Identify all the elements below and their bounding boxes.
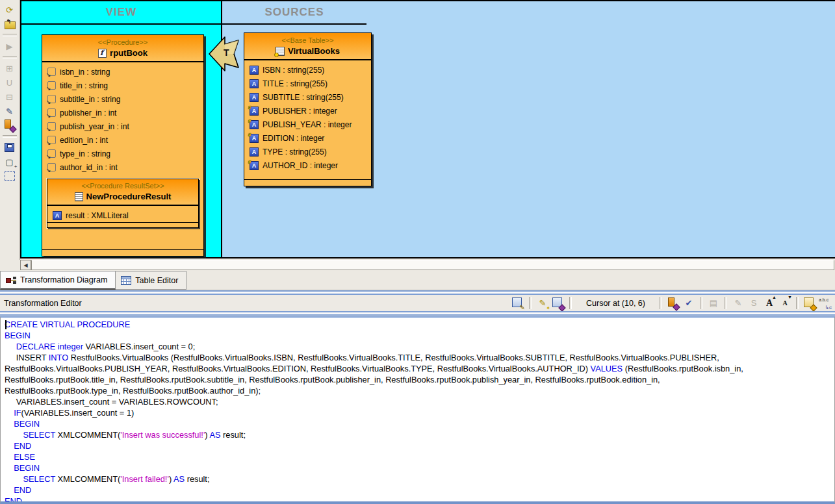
- transformation-diagram-canvas[interactable]: VIEW SOURCES <<Procedure>> rputBook isbn…: [20, 0, 835, 258]
- parameter-row[interactable]: author_id_in : int: [42, 160, 203, 174]
- toolbar-separator: [3, 56, 17, 58]
- sources-region-header: SOURCES: [222, 1, 366, 25]
- sort-columns-button[interactable]: a.b.c↳c: [818, 296, 832, 310]
- editor-tab-bar: Transformation Diagram Table Editor: [0, 271, 835, 290]
- sash-separator-top[interactable]: [0, 290, 835, 295]
- reconcile-transformation-button[interactable]: [3, 118, 17, 132]
- column-row[interactable]: PUBLISHER : integer: [244, 104, 371, 118]
- parameter-row[interactable]: subtitle_in : string: [42, 92, 203, 106]
- diagram-horizontal-scrollbar[interactable]: ◀: [0, 260, 835, 271]
- toggle-messages-button[interactable]: [803, 296, 817, 310]
- toolbar-separator: [3, 34, 17, 36]
- column-row[interactable]: EDITION : integer: [244, 131, 371, 145]
- resultset-box-wrap: <<Procedure ResultSet>> NewProcedureResu…: [46, 178, 199, 229]
- basetable-box-header[interactable]: <<Base Table>> VirtualBooks: [244, 33, 371, 60]
- add-transformation-source-button: ⊞: [3, 61, 17, 75]
- attribute-label: subtitle_in : string: [60, 95, 120, 104]
- attribute-label: author_id_in : int: [60, 163, 118, 172]
- procedure-box-rputbook[interactable]: <<Procedure>> rputBook isbn_in : stringt…: [42, 34, 204, 257]
- diagram-selection-button[interactable]: [3, 169, 17, 183]
- basetable-box-virtualbooks[interactable]: <<Base Table>> VirtualBooks ISBN : strin…: [244, 32, 372, 186]
- new-sibling-button[interactable]: ▢+: [3, 155, 17, 169]
- basetable-icon: [276, 47, 285, 56]
- attribute-label: TITLE : string(255): [263, 79, 328, 88]
- column-row[interactable]: PUBLISH_YEAR : integer: [244, 118, 371, 131]
- transformation-editor-header: Transformation Editor ✎✦Cursor at (10, 6…: [0, 295, 835, 311]
- attribute-label: publish_year_in : int: [60, 122, 129, 131]
- input-parameter-icon: [47, 163, 56, 171]
- column-row[interactable]: ISBN : string(255): [244, 63, 371, 77]
- parameter-row[interactable]: publisher_in : int: [42, 106, 203, 120]
- attribute-label: SUBTITLE : string(255): [263, 93, 344, 102]
- sash-separator-bottom[interactable]: [0, 311, 835, 316]
- column-row[interactable]: TYPE : string(255): [244, 145, 371, 158]
- integer-column-icon: [250, 120, 259, 129]
- attribute-label: PUBLISHER : integer: [263, 107, 337, 116]
- tab-transformation-diagram[interactable]: Transformation Diagram: [0, 271, 116, 290]
- preview-data-button: ▶: [3, 39, 17, 53]
- sql-template-button[interactable]: [511, 296, 525, 310]
- string-column-icon: [250, 79, 259, 88]
- input-parameter-icon: [47, 136, 56, 144]
- resultset-box-footer: [47, 222, 198, 227]
- sql-editor[interactable]: CREATE VIRTUAL PROCEDUREBEGIN DECLARE in…: [0, 316, 835, 504]
- resultset-stereotype: <<Procedure ResultSet>>: [47, 179, 198, 190]
- criteria-builder-button[interactable]: [551, 296, 565, 310]
- parameter-row[interactable]: title_in : string: [42, 79, 203, 92]
- basetable-column-list: ISBN : string(255)TITLE : string(255)SUB…: [244, 60, 371, 172]
- parameter-row[interactable]: edition_in : int: [42, 133, 203, 147]
- editor-toolbar: ✎✦Cursor at (10, 6)✔▤✎SA▲A▼a.b.c↳c: [511, 296, 832, 310]
- decrease-font-button[interactable]: A▼: [778, 296, 792, 310]
- expand-select-button: ▤: [706, 296, 721, 310]
- validate-sql-button[interactable]: ✔: [682, 296, 696, 310]
- parameter-row[interactable]: publish_year_in : int: [42, 120, 203, 133]
- remove-transformation-source-button: ⊟: [3, 90, 17, 104]
- toolbar-separator: [529, 297, 532, 309]
- attribute-label: type_in : string: [60, 149, 110, 158]
- application-window: ⟳▶⊞U⊟✎▢+ VIEW SOURCES <<Procedure>> rput…: [0, 0, 835, 504]
- input-parameter-icon: [47, 122, 56, 131]
- diagram-notation-button[interactable]: ✎: [3, 104, 17, 118]
- attribute-label: TYPE : string(255): [263, 147, 327, 157]
- scrollbar-thumb[interactable]: [31, 260, 834, 270]
- basetable-name: VirtualBooks: [288, 46, 340, 56]
- tab-table-editor[interactable]: Table Editor: [116, 271, 186, 290]
- save-diagram-image-button[interactable]: [3, 140, 17, 155]
- up-package-diagram-button[interactable]: [3, 17, 17, 31]
- string-column-icon: [250, 66, 259, 75]
- attribute-label: isbn_in : string: [60, 68, 110, 77]
- string-display-button: S: [747, 296, 761, 310]
- tab-transformation-diagram-label: Transformation Diagram: [20, 275, 107, 284]
- transformation-arrow[interactable]: T: [208, 34, 240, 73]
- integer-column-icon: [250, 107, 259, 116]
- input-parameter-icon: [47, 81, 56, 90]
- basetable-stereotype: <<Base Table>>: [244, 33, 371, 44]
- column-row[interactable]: AUTHOR_ID : integer: [244, 158, 371, 172]
- attribute-label: edition_in : int: [60, 136, 108, 145]
- procedure-box-footer: [42, 249, 203, 256]
- column-row[interactable]: TITLE : string(255): [244, 77, 371, 90]
- input-parameter-icon: [47, 108, 56, 117]
- increase-font-button[interactable]: A▲: [762, 296, 777, 310]
- column-row[interactable]: SUBTITLE : string(255): [244, 90, 371, 104]
- attribute-label: ISBN : string(255): [263, 66, 324, 75]
- parameter-row[interactable]: isbn_in : string: [42, 65, 203, 79]
- reconcile-button[interactable]: [666, 296, 680, 310]
- procedure-stereotype: <<Procedure>>: [42, 35, 203, 46]
- procedure-icon: [98, 49, 107, 58]
- resultset-box-header[interactable]: <<Procedure ResultSet>> NewProcedureResu…: [47, 179, 198, 206]
- resultset-box[interactable]: <<Procedure ResultSet>> NewProcedureResu…: [47, 179, 199, 228]
- expression-builder-button[interactable]: ✎✦: [535, 296, 550, 310]
- procedure-box-header[interactable]: <<Procedure>> rputBook: [42, 35, 203, 62]
- attribute-label: AUTHOR_ID : integer: [263, 161, 338, 170]
- scroll-left-button[interactable]: ◀: [20, 260, 31, 270]
- refresh-diagram-button[interactable]: ⟳: [3, 3, 17, 17]
- resultset-name: NewProcedureResult: [86, 192, 172, 201]
- parameter-row[interactable]: type_in : string: [42, 147, 203, 160]
- input-parameter-icon: [47, 149, 56, 158]
- attribute-label: PUBLISH_YEAR : integer: [263, 120, 352, 129]
- column-row[interactable]: result : XMLLiteral: [47, 208, 198, 222]
- sources-region-title: SOURCES: [264, 6, 324, 19]
- attribute-label: publisher_in : int: [60, 108, 116, 118]
- toolbar-separator: [660, 297, 662, 309]
